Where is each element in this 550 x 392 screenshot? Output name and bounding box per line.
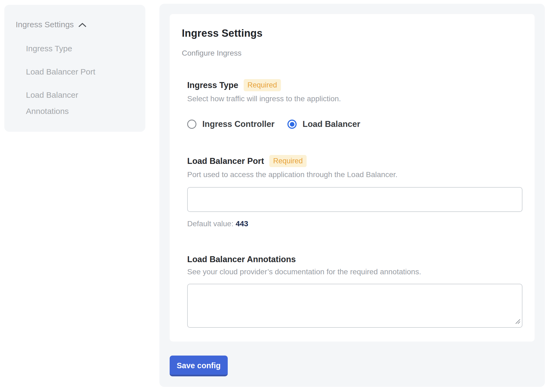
sidebar-section-label: Ingress Settings [16, 20, 74, 29]
radio-ingress-controller-label: Ingress Controller [202, 119, 274, 129]
section-load-balancer-port: Load Balancer Port Required Port used to… [187, 155, 522, 228]
sidebar-item-load-balancer-annotations[interactable]: Load Balancer Annotations [26, 87, 110, 119]
section-ingress-type: Ingress Type Required Select how traffic… [187, 79, 522, 129]
chevron-up-icon [78, 22, 87, 28]
lb-port-label: Load Balancer Port [187, 156, 264, 166]
page-subtitle: Configure Ingress [182, 49, 522, 58]
lb-annotations-textarea[interactable] [187, 284, 522, 328]
sidebar-item-load-balancer-port[interactable]: Load Balancer Port [26, 64, 110, 80]
page-title: Ingress Settings [182, 28, 522, 39]
lb-annotations-label: Load Balancer Annotations [187, 255, 296, 264]
radio-circle-icon [187, 120, 196, 129]
default-value: 443 [236, 219, 248, 228]
lb-annotations-description: See your cloud provider’s documentation … [187, 268, 522, 276]
lb-port-description: Port used to access the application thro… [187, 170, 522, 179]
radio-load-balancer-label: Load Balancer [303, 119, 360, 129]
required-badge: Required [244, 79, 281, 91]
settings-sidebar: Ingress Settings Ingress Type Load Balan… [4, 5, 145, 132]
ingress-type-description: Select how traffic will ingress to the a… [187, 94, 522, 103]
sidebar-item-ingress-type[interactable]: Ingress Type [26, 40, 110, 57]
ingress-type-label: Ingress Type [187, 80, 238, 90]
save-config-button[interactable]: Save config [170, 356, 228, 376]
default-value-label: Default value: [187, 219, 233, 228]
radio-circle-icon [287, 120, 297, 129]
lb-port-input[interactable] [187, 187, 522, 212]
form-sections: Ingress Type Required Select how traffic… [187, 79, 522, 328]
sidebar-item-list: Ingress Type Load Balancer Port Load Bal… [26, 40, 135, 119]
radio-ingress-controller[interactable]: Ingress Controller [187, 119, 274, 129]
ingress-settings-card: Ingress Settings Configure Ingress Ingre… [170, 14, 535, 342]
ingress-settings-panel: Ingress Settings Configure Ingress Ingre… [159, 4, 545, 387]
sidebar-section-ingress-settings[interactable]: Ingress Settings [16, 20, 135, 29]
ingress-type-radio-group: Ingress Controller Load Balancer [187, 119, 522, 129]
lb-port-default-row: Default value:443 [187, 219, 522, 228]
required-badge: Required [269, 155, 307, 167]
section-load-balancer-annotations: Load Balancer Annotations See your cloud… [187, 255, 522, 328]
radio-load-balancer[interactable]: Load Balancer [287, 119, 360, 129]
